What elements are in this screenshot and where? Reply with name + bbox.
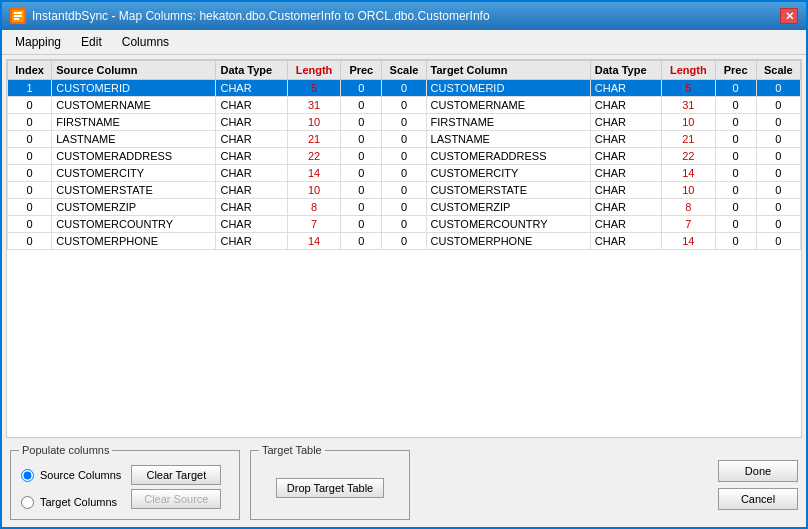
table-cell: LASTNAME: [426, 131, 590, 148]
bottom-panel: Populate columns Source Columns Target C…: [2, 442, 806, 527]
table-cell: CUSTOMERCITY: [426, 165, 590, 182]
titlebar: InstantdbSync - Map Columns: hekaton.dbo…: [2, 2, 806, 30]
table-cell: 0: [8, 148, 52, 165]
table-container[interactable]: Index Source Column Data Type Length Pre…: [6, 59, 802, 438]
table-cell: 0: [382, 182, 426, 199]
menu-mapping[interactable]: Mapping: [6, 32, 70, 52]
table-cell: 0: [8, 199, 52, 216]
table-cell: 0: [756, 199, 800, 216]
table-cell: CHAR: [216, 131, 287, 148]
header-target-prec: Prec: [715, 61, 756, 80]
table-header-row: Index Source Column Data Type Length Pre…: [8, 61, 801, 80]
populate-columns-group: Populate columns Source Columns Target C…: [10, 450, 240, 520]
table-cell: 8: [287, 199, 341, 216]
drop-target-table-button[interactable]: Drop Target Table: [276, 478, 384, 498]
menu-columns[interactable]: Columns: [113, 32, 178, 52]
table-cell: 0: [756, 148, 800, 165]
table-cell: 0: [715, 199, 756, 216]
table-cell: 0: [756, 165, 800, 182]
target-columns-radio-row: Target Columns: [21, 496, 121, 509]
table-cell: 0: [756, 114, 800, 131]
table-cell: CUSTOMERID: [52, 80, 216, 97]
table-cell: 22: [662, 148, 716, 165]
header-scale: Scale: [382, 61, 426, 80]
target-columns-radio[interactable]: [21, 496, 34, 509]
app-icon: [10, 8, 26, 24]
table-cell: CUSTOMERPHONE: [52, 233, 216, 250]
header-target-data-type: Data Type: [590, 61, 661, 80]
table-row[interactable]: 0CUSTOMERSTATECHAR1000CUSTOMERSTATECHAR1…: [8, 182, 801, 199]
table-cell: 31: [287, 97, 341, 114]
table-cell: 0: [756, 131, 800, 148]
table-cell: 0: [341, 80, 382, 97]
table-cell: CUSTOMERSTATE: [426, 182, 590, 199]
clear-source-button[interactable]: Clear Source: [131, 489, 221, 509]
table-cell: CHAR: [216, 233, 287, 250]
table-cell: FIRSTNAME: [426, 114, 590, 131]
table-cell: 0: [715, 80, 756, 97]
table-cell: 10: [662, 182, 716, 199]
main-content: Index Source Column Data Type Length Pre…: [2, 55, 806, 442]
table-cell: 0: [382, 216, 426, 233]
table-cell: CUSTOMERADDRESS: [426, 148, 590, 165]
table-cell: CHAR: [216, 80, 287, 97]
table-row[interactable]: 1CUSTOMERIDCHAR500CUSTOMERIDCHAR500: [8, 80, 801, 97]
cancel-button[interactable]: Cancel: [718, 488, 798, 510]
table-cell: CUSTOMERID: [426, 80, 590, 97]
table-row[interactable]: 0CUSTOMERADDRESSCHAR2200CUSTOMERADDRESSC…: [8, 148, 801, 165]
table-cell: 31: [662, 97, 716, 114]
table-row[interactable]: 0CUSTOMERPHONECHAR1400CUSTOMERPHONECHAR1…: [8, 233, 801, 250]
table-cell: 0: [756, 233, 800, 250]
clear-target-button[interactable]: Clear Target: [131, 465, 221, 485]
header-target-column: Target Column: [426, 61, 590, 80]
table-cell: CUSTOMERPHONE: [426, 233, 590, 250]
source-columns-radio-row: Source Columns: [21, 469, 121, 482]
table-cell: CHAR: [216, 114, 287, 131]
table-cell: 0: [382, 97, 426, 114]
table-cell: 14: [662, 165, 716, 182]
table-cell: CUSTOMERCOUNTRY: [426, 216, 590, 233]
close-button[interactable]: ✕: [780, 8, 798, 24]
source-columns-label[interactable]: Source Columns: [40, 469, 121, 481]
table-cell: CHAR: [216, 165, 287, 182]
populate-buttons: Clear Target Clear Source: [131, 465, 221, 509]
svg-rect-2: [14, 15, 22, 17]
header-prec: Prec: [341, 61, 382, 80]
table-cell: 0: [8, 233, 52, 250]
table-cell: 0: [715, 97, 756, 114]
main-window: InstantdbSync - Map Columns: hekaton.dbo…: [0, 0, 808, 529]
table-cell: CUSTOMERZIP: [52, 199, 216, 216]
menu-edit[interactable]: Edit: [72, 32, 111, 52]
table-cell: 0: [382, 165, 426, 182]
table-cell: CHAR: [590, 216, 661, 233]
table-cell: 7: [287, 216, 341, 233]
table-cell: 0: [341, 131, 382, 148]
table-cell: 1: [8, 80, 52, 97]
table-cell: 0: [756, 182, 800, 199]
table-row[interactable]: 0CUSTOMERCOUNTRYCHAR700CUSTOMERCOUNTRYCH…: [8, 216, 801, 233]
table-cell: CHAR: [216, 199, 287, 216]
table-cell: 0: [715, 233, 756, 250]
target-group-title: Target Table: [259, 444, 325, 456]
table-row[interactable]: 0CUSTOMERZIPCHAR800CUSTOMERZIPCHAR800: [8, 199, 801, 216]
target-columns-label[interactable]: Target Columns: [40, 496, 117, 508]
table-cell: 8: [662, 199, 716, 216]
mapping-table: Index Source Column Data Type Length Pre…: [7, 60, 801, 250]
table-cell: 0: [341, 182, 382, 199]
table-cell: 0: [341, 199, 382, 216]
table-cell: 0: [341, 114, 382, 131]
table-row[interactable]: 0LASTNAMECHAR2100LASTNAMECHAR2100: [8, 131, 801, 148]
table-cell: 0: [8, 114, 52, 131]
table-cell: 0: [8, 131, 52, 148]
table-cell: 0: [8, 165, 52, 182]
table-row[interactable]: 0CUSTOMERNAMECHAR3100CUSTOMERNAMECHAR310…: [8, 97, 801, 114]
done-button[interactable]: Done: [718, 460, 798, 482]
table-cell: 0: [715, 114, 756, 131]
table-row[interactable]: 0CUSTOMERCITYCHAR1400CUSTOMERCITYCHAR140…: [8, 165, 801, 182]
titlebar-left: InstantdbSync - Map Columns: hekaton.dbo…: [10, 8, 490, 24]
target-table-group: Target Table Drop Target Table: [250, 450, 410, 520]
source-columns-radio[interactable]: [21, 469, 34, 482]
table-row[interactable]: 0FIRSTNAMECHAR1000FIRSTNAMECHAR1000: [8, 114, 801, 131]
table-cell: 14: [287, 165, 341, 182]
table-cell: 0: [382, 131, 426, 148]
